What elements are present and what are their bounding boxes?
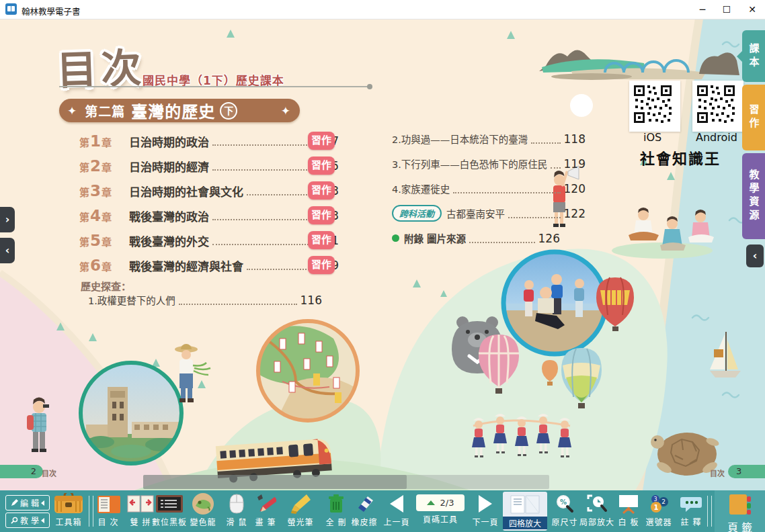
book-page-spread: 目次 國民中學（1下）歷史課本 ✦ 第二篇 臺灣的歷史 下 ✦ 第1章 日治時期…	[0, 19, 765, 490]
volume-badge: 下	[220, 102, 237, 120]
chameleon-button[interactable]: 變色龍	[184, 492, 222, 531]
chameleon-icon	[184, 492, 222, 516]
title-rule	[59, 86, 370, 87]
collapse-left-panel-button[interactable]: ‹	[0, 238, 15, 263]
annotation-button[interactable]: 註 釋	[672, 492, 710, 531]
folio-right: 3	[728, 465, 765, 478]
app-logo-icon	[5, 3, 17, 15]
tab-textbook[interactable]: 課本	[742, 30, 765, 82]
edit-mode-button[interactable]: 編 輯	[5, 495, 50, 511]
workbook-badge[interactable]: 習作	[308, 231, 335, 249]
pen-icon	[247, 492, 284, 516]
qr-code-ios	[629, 81, 680, 132]
bottom-toolbar: 編 輯 教 學 工具箱 目 次 雙 拼 數位黑板 變色龍 滑 鼠 畫 筆 螢光筆	[0, 490, 765, 532]
toolbar-divider	[707, 496, 712, 527]
tab-resources[interactable]: 教學資源	[742, 153, 765, 239]
workbook-badge[interactable]: 習作	[308, 181, 335, 200]
toc-chapter-row[interactable]: 第5章 戰後臺灣的外交101	[79, 230, 339, 251]
svg-text:1: 1	[654, 504, 659, 511]
maximize-button[interactable]: ☐	[715, 0, 738, 19]
photo-dancing-people	[504, 252, 606, 355]
horizontal-scrollbar[interactable]	[143, 475, 549, 489]
tab-workbook[interactable]: 習作	[742, 85, 765, 150]
explore-heading: 歷史探查：	[81, 279, 131, 293]
toc-cross-activity-row[interactable]: 跨科活動 古都臺南安平122	[392, 205, 586, 222]
scrollbar-thumb[interactable]	[143, 475, 407, 489]
pen-button[interactable]: 畫 筆	[247, 492, 284, 531]
expand-left-panel-button[interactable]: ›	[0, 207, 15, 232]
workbook-badge[interactable]: 習作	[308, 206, 335, 224]
highlighter-button[interactable]: 螢光筆	[282, 492, 319, 531]
qr-label-ios: iOS	[643, 131, 661, 144]
next-triangle-icon	[479, 495, 492, 513]
toc-chapter-row[interactable]: 第3章 日治時期的社會與文化83	[79, 181, 339, 201]
digital-blackboard-button[interactable]: 數位黑板	[149, 492, 190, 531]
highlighter-icon	[282, 492, 319, 516]
cross-activity-badge: 跨科活動	[392, 205, 442, 222]
photo-historic-buildings	[81, 363, 183, 464]
svg-text:3: 3	[653, 496, 657, 502]
next-page-button[interactable]: 下一頁	[467, 492, 504, 531]
workbook-badge[interactable]: 習作	[308, 132, 335, 150]
toc-appendix-row[interactable]: 附錄 圖片來源126	[392, 231, 560, 245]
speech-bubble-icon	[672, 492, 710, 516]
page-tool: 2/3 頁碼工具	[412, 492, 469, 531]
folio-right-label: 目次	[710, 468, 725, 478]
toc-chapter-row[interactable]: 第2章 日治時期的經濟75	[79, 156, 339, 176]
toc-item-row[interactable]: 1.政權更替下的人們116	[88, 293, 322, 307]
collapse-right-panel-button[interactable]: ‹	[746, 245, 764, 267]
banner-title: 臺灣的歷史	[131, 99, 215, 122]
toc-chapter-row[interactable]: 第4章 戰後臺灣的政治93	[79, 206, 339, 226]
page-indicator-box[interactable]: 2/3	[416, 494, 465, 511]
tab-active-notch	[737, 51, 742, 62]
minimize-button[interactable]: ─	[691, 0, 714, 19]
qr-label-android: Android	[696, 131, 737, 144]
folio-left: 2	[0, 465, 43, 478]
white-dot-decoration	[570, 94, 593, 117]
map-illustration	[258, 321, 358, 422]
qr-code-android	[692, 81, 743, 132]
quad-zoom-button[interactable]: 四格放大	[503, 492, 547, 531]
section-banner: ✦ 第二篇 臺灣的歷史 下 ✦	[59, 99, 300, 122]
toc-item-row[interactable]: 4.家族遷徙史120	[392, 181, 586, 195]
window-titlebar: 翰林教學電子書 ─ ☐ ✕	[0, 0, 765, 19]
qr-caption: 社會知識王	[640, 146, 721, 168]
teach-mode-button[interactable]: 教 學	[5, 513, 50, 528]
pencil-icon	[11, 499, 18, 506]
close-button[interactable]: ✕	[741, 0, 764, 19]
svg-text:%: %	[560, 498, 567, 506]
toolbox-button[interactable]: 工具箱	[50, 492, 87, 531]
star-icon: ✦	[67, 104, 77, 118]
svg-text:2: 2	[661, 498, 666, 505]
window-title: 翰林教學電子書	[22, 5, 81, 17]
blackboard-icon	[149, 492, 190, 516]
chevron-left-icon	[41, 518, 44, 523]
chevron-left-icon	[41, 500, 44, 506]
toc-item-row[interactable]: 2.功與過——日本統治下的臺灣118	[392, 132, 586, 146]
page-tab-button[interactable]: 頁 籤	[715, 490, 765, 532]
open-book-icon	[508, 493, 542, 516]
toolbox-icon	[50, 492, 87, 516]
chevron-up-icon	[427, 500, 435, 505]
page-tab-folder-icon	[728, 493, 752, 516]
magnifier-icon	[11, 517, 18, 524]
green-dot-icon	[392, 234, 399, 242]
banner-part: 第二篇	[85, 101, 125, 120]
toc-chapter-row[interactable]: 第1章 日治時期的政治67	[79, 131, 339, 151]
star-icon: ✦	[281, 104, 290, 118]
workbook-badge[interactable]: 習作	[308, 256, 335, 274]
prev-page-button[interactable]: 上一頁	[378, 492, 415, 531]
toc-item-row[interactable]: 3.下行列車——白色恐怖下的原住民119	[392, 157, 586, 171]
folio-left-label: 目次	[42, 468, 56, 478]
prev-triangle-icon	[390, 495, 403, 513]
workbook-badge[interactable]: 習作	[308, 157, 335, 175]
page-indicator-value: 2/3	[440, 498, 454, 508]
ebook-app-window: { "window": {"title": "翰林教學電子書", "minimi…	[0, 0, 765, 532]
toc-chapter-row[interactable]: 第6章 戰後臺灣的經濟與社會109	[79, 255, 339, 275]
